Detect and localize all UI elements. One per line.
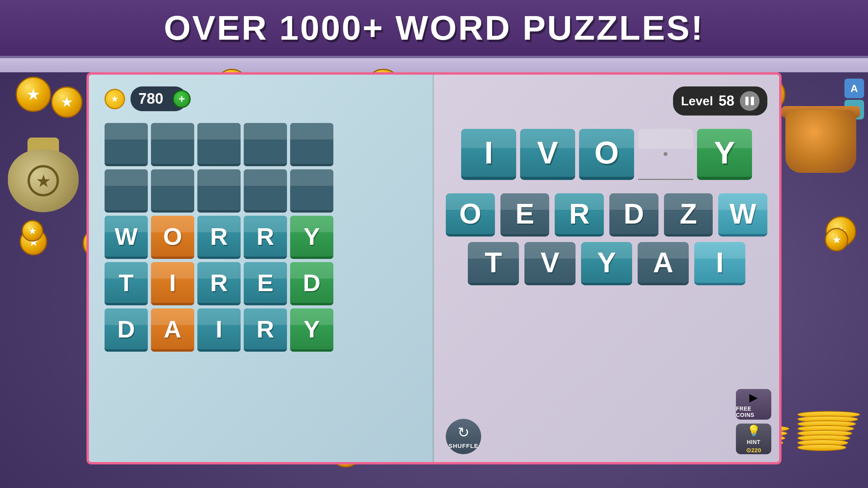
letter-tile-E[interactable]: E (500, 193, 550, 237)
answer-tile-I: I (461, 129, 516, 180)
grid-cell-empty (290, 123, 333, 166)
letter-row-1: O E R D Z W (446, 193, 767, 237)
answer-row: I V O Y (446, 129, 767, 180)
grid-row-empty-1 (105, 123, 422, 166)
grid-cell-I: I (151, 262, 194, 305)
grid-cell-empty (151, 123, 194, 166)
grid-cell-empty (105, 123, 148, 166)
game-area: 780 + (86, 72, 782, 464)
pot-block-A: A (844, 79, 864, 98)
grid-cell-empty (290, 169, 333, 213)
float-coin-right-3 (825, 228, 848, 251)
left-panel: 780 + (89, 75, 434, 462)
game-container: 780 + (86, 72, 782, 464)
right-panel: Level 58 I V O Y (434, 75, 779, 462)
tile-dot (664, 152, 668, 156)
letter-tile-W[interactable]: W (718, 193, 767, 237)
score-coin-icon (105, 89, 125, 109)
free-coins-label: FREE COINS (736, 405, 771, 418)
answer-tile-blank (638, 129, 693, 180)
grid-cell-empty (197, 169, 241, 213)
letter-tile-D[interactable]: D (609, 193, 658, 237)
header-light-strip (0, 58, 868, 72)
grid-cell-empty (244, 169, 287, 213)
answer-tile-V: V (520, 129, 575, 180)
grid-cell-E: E (244, 262, 287, 305)
grid-cell-R3: R (197, 262, 241, 305)
float-coin-2 (51, 86, 83, 118)
grid-row-tired: T I R E D (105, 262, 422, 305)
grid-cell-Y1: Y (290, 216, 333, 259)
bottom-action-buttons: ▶ FREE COINS 💡 HINT ⊙220 (736, 389, 771, 454)
coin-bag-decoration (8, 134, 86, 212)
letter-tile-V[interactable]: V (524, 242, 576, 285)
score-box: 780 + (131, 86, 187, 111)
letter-tile-I[interactable]: I (694, 242, 745, 285)
level-label: Level (681, 94, 713, 108)
shuffle-button[interactable]: ↻ SHUFFLE (446, 419, 481, 454)
free-coins-button[interactable]: ▶ FREE COINS (736, 389, 771, 420)
shuffle-label: SHUFFLE (449, 442, 478, 449)
bag-star (28, 165, 59, 196)
pot-body (785, 110, 856, 173)
pause-button[interactable] (740, 91, 760, 111)
grid-cell-Y2: Y (290, 308, 333, 352)
add-coins-button[interactable]: + (173, 90, 191, 108)
grid-cell-A: A (151, 308, 194, 352)
level-number: 58 (719, 93, 734, 109)
grid-cell-empty (244, 123, 287, 166)
grid-cell-O: O (151, 216, 194, 259)
grid-cell-empty (151, 169, 194, 213)
letter-tile-A[interactable]: A (638, 242, 689, 285)
letter-tile-R[interactable]: R (555, 193, 604, 237)
grid-row-empty-2 (105, 169, 422, 213)
shuffle-icon: ↻ (458, 424, 469, 441)
grid-row-dairy: D A I R Y (105, 308, 422, 352)
header-bar: OVER 1000+ WORD PUZZLES! (0, 0, 868, 58)
grid-cell-empty (197, 123, 241, 166)
coin-stack-right (797, 411, 860, 449)
letter-tile-Z[interactable]: Z (664, 193, 713, 237)
letter-tile-O[interactable]: O (446, 193, 495, 237)
hint-cost: ⊙220 (746, 447, 761, 454)
grid-cell-R1: R (197, 216, 241, 259)
grid-cell-R2: R (244, 216, 287, 259)
grid-cell-R4: R (244, 308, 287, 352)
hint-label: HINT (747, 439, 761, 445)
letter-tile-Y2[interactable]: Y (581, 242, 632, 285)
grid-row-worry: W O R R Y (105, 216, 422, 259)
letter-tile-T[interactable]: T (468, 242, 519, 285)
grid-cell-D2: D (105, 308, 148, 352)
float-coin-1 (16, 77, 51, 112)
header-title: OVER 1000+ WORD PUZZLES! (164, 8, 704, 48)
pot-of-gold: A B (778, 79, 864, 173)
grid-cell-D: D (290, 262, 333, 305)
answer-tile-O: O (579, 129, 634, 180)
letter-row-2: T V Y A I (446, 242, 767, 285)
grid-cell-I2: I (197, 308, 241, 352)
answer-tile-Y: Y (697, 129, 752, 180)
hint-button[interactable]: 💡 HINT ⊙220 (736, 424, 771, 454)
grid-cell-T: T (105, 262, 148, 305)
score-bar: 780 + (105, 86, 422, 111)
float-coin-5 (22, 220, 43, 242)
grid-cell-W: W (105, 216, 148, 259)
word-grid: W O R R Y T I R E D D A I (105, 123, 422, 450)
letter-area: O E R D Z W T V Y A I (446, 193, 767, 285)
pause-bar-2 (751, 97, 754, 105)
score-number: 780 (138, 90, 163, 107)
pause-bar-1 (745, 97, 748, 105)
bag-body (8, 149, 79, 212)
level-bar: Level 58 (446, 86, 767, 116)
grid-cell-empty (105, 169, 148, 213)
level-box: Level 58 (673, 86, 767, 116)
